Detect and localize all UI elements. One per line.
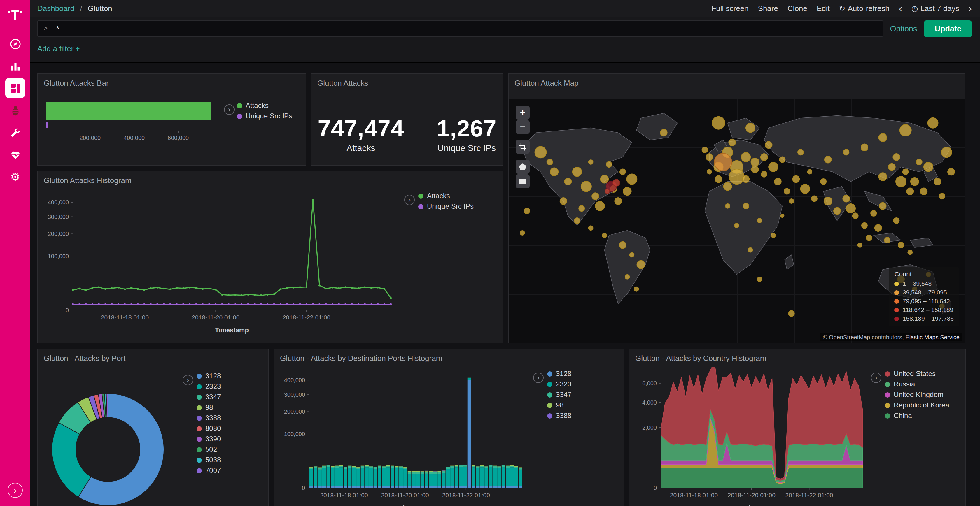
chart-legend: 312823233347983388 bbox=[547, 369, 611, 421]
chart-legend: United StatesRussiaUnited KingdomRepubli… bbox=[885, 369, 964, 421]
map-legend-row: 118,642 – 158,189 bbox=[894, 306, 954, 314]
legend-item[interactable]: United States bbox=[885, 369, 964, 379]
legend-item[interactable]: 3388 bbox=[197, 413, 261, 423]
sidebar-item-dashboard[interactable] bbox=[5, 78, 25, 98]
legend-item[interactable]: 98 bbox=[547, 400, 611, 411]
legend-dot-icon bbox=[547, 392, 552, 398]
donut-chart[interactable] bbox=[43, 368, 183, 506]
metric-row: 747,474 Attacks 1,267 Unique Src IPs bbox=[312, 116, 503, 153]
legend-item[interactable]: Unique Src IPs bbox=[237, 111, 301, 121]
svg-text:2018-11-18 01:00: 2018-11-18 01:00 bbox=[320, 492, 368, 498]
search-input[interactable] bbox=[56, 24, 877, 33]
legend-item[interactable]: Attacks bbox=[237, 101, 301, 111]
honeypot-bug-icon bbox=[9, 104, 21, 116]
clone-button[interactable]: Clone bbox=[788, 4, 807, 13]
clock-icon: ◷ bbox=[912, 4, 918, 13]
legend-label: 3128 bbox=[205, 371, 221, 381]
legend-item[interactable]: 3347 bbox=[197, 392, 261, 402]
legend-toggle-button[interactable]: › bbox=[871, 373, 881, 383]
legend-dot-icon bbox=[894, 316, 899, 321]
edit-button[interactable]: Edit bbox=[817, 4, 830, 13]
openstreetmap-link[interactable]: OpenStreetMap bbox=[829, 334, 870, 341]
legend-item[interactable]: United Kingdom bbox=[885, 390, 964, 400]
panel-attacks-by-country: Glutton - Attacks by Country Histogram 0… bbox=[629, 349, 966, 506]
stacked-bar-chart[interactable]: 0100,000200,000300,000400,0002018-11-18 … bbox=[278, 367, 528, 506]
time-back-button[interactable]: ‹ bbox=[899, 3, 902, 13]
legend-item[interactable]: 502 bbox=[197, 445, 261, 455]
sidebar-item-discover[interactable] bbox=[5, 34, 25, 54]
svg-text:2,000: 2,000 bbox=[642, 424, 657, 431]
legend-item[interactable]: Republic of Korea bbox=[885, 400, 964, 411]
t-mobile-logo[interactable] bbox=[6, 6, 24, 24]
zoom-out-button[interactable]: − bbox=[515, 120, 530, 134]
sidebar-item-management[interactable]: ⚙ bbox=[5, 167, 25, 187]
map-legend-rows: 1 – 39,54839,548 – 79,09579,095 – 118,64… bbox=[894, 279, 954, 323]
full-screen-button[interactable]: Full screen bbox=[711, 4, 748, 13]
legend-item[interactable]: China bbox=[885, 411, 964, 421]
auto-refresh-button[interactable]: ↻Auto-refresh bbox=[839, 4, 889, 13]
legend-item[interactable]: 8080 bbox=[197, 424, 261, 434]
update-button[interactable]: Update bbox=[924, 20, 972, 37]
legend-item[interactable]: 7007 bbox=[197, 466, 261, 476]
svg-text:0: 0 bbox=[302, 485, 305, 491]
legend-dot-icon bbox=[237, 103, 242, 108]
breadcrumb-dashboard-link[interactable]: Dashboard bbox=[37, 4, 75, 13]
horizontal-bar-chart[interactable]: 200,000400,000600,000 bbox=[41, 97, 240, 146]
legend-dot-icon bbox=[547, 413, 552, 419]
wrench-icon bbox=[9, 126, 21, 138]
map-legend-row: 79,095 – 118,642 bbox=[894, 297, 954, 306]
map-controls: + − bbox=[515, 106, 530, 188]
map-container[interactable]: + − bbox=[509, 98, 965, 343]
rectangle-icon bbox=[519, 177, 527, 186]
panel-title: Glutton Attacks Histogram bbox=[38, 171, 503, 185]
legend-item[interactable]: Russia bbox=[885, 379, 964, 389]
legend-item[interactable]: 3390 bbox=[197, 434, 261, 444]
options-link[interactable]: Options bbox=[890, 24, 917, 33]
svg-text:Timestamp: Timestamp bbox=[745, 504, 779, 506]
legend-label: Attacks bbox=[427, 191, 450, 201]
sidebar-collapse-button[interactable]: › bbox=[8, 483, 23, 498]
legend-item[interactable]: 2323 bbox=[547, 379, 611, 389]
legend-item[interactable]: 98 bbox=[197, 403, 261, 413]
legend-toggle-button[interactable]: › bbox=[404, 195, 415, 205]
polygon-select-button[interactable] bbox=[515, 160, 530, 174]
legend-item[interactable]: Unique Src IPs bbox=[418, 202, 500, 212]
time-forward-button[interactable]: › bbox=[969, 3, 972, 13]
legend-item[interactable]: 3128 bbox=[197, 371, 261, 381]
legend-item[interactable]: 3347 bbox=[547, 390, 611, 400]
legend-label: 3390 bbox=[205, 434, 221, 444]
search-input-wrapper[interactable]: >_ bbox=[37, 21, 883, 37]
legend-toggle-button[interactable]: › bbox=[183, 375, 193, 385]
legend-dot-icon bbox=[547, 371, 552, 377]
kibana-dashboard-app: ⚙ › Dashboard / Glutton Full screen Shar… bbox=[0, 0, 980, 506]
sidebar-item-devtools[interactable] bbox=[5, 122, 25, 142]
panel-attacks-by-port: Glutton - Attacks by Port › 312823233347… bbox=[37, 349, 269, 506]
legend-item[interactable]: 2323 bbox=[197, 382, 261, 392]
legend-item[interactable]: 5038 bbox=[197, 455, 261, 465]
legend-item[interactable]: Attacks bbox=[418, 191, 500, 201]
legend-label: 502 bbox=[205, 445, 217, 455]
crop-icon bbox=[519, 143, 527, 151]
top-navigation-bar: Dashboard / Glutton Full screen Share Cl… bbox=[30, 0, 980, 17]
legend-toggle-button[interactable]: › bbox=[224, 104, 234, 115]
line-chart[interactable]: 0100,000200,000300,000400,0002018-11-18 … bbox=[41, 189, 400, 336]
stacked-area-chart[interactable]: 02,0004,0006,0002018-11-18 01:002018-11-… bbox=[633, 367, 867, 506]
legend-dot-icon bbox=[894, 290, 899, 295]
legend-item[interactable]: 3128 bbox=[547, 369, 611, 379]
map-legend-row: 39,548 – 79,095 bbox=[894, 288, 954, 297]
elastic-maps-service-link[interactable]: Elastic Maps Service bbox=[905, 334, 959, 341]
fit-data-bounds-button[interactable] bbox=[515, 140, 530, 154]
add-filter-link[interactable]: Add a filter+ bbox=[37, 44, 80, 53]
legend-item[interactable]: 3388 bbox=[547, 411, 611, 421]
legend-dot-icon bbox=[547, 382, 552, 387]
sidebar-item-monitoring[interactable] bbox=[5, 144, 25, 164]
rectangle-select-button[interactable] bbox=[515, 174, 530, 188]
sidebar-item-tpot[interactable] bbox=[5, 100, 25, 120]
sidebar-item-visualize[interactable] bbox=[5, 56, 25, 76]
time-range-picker[interactable]: ◷Last 7 days bbox=[912, 4, 959, 13]
legend-toggle-button[interactable]: › bbox=[533, 373, 544, 383]
map-legend-row: 1 – 39,548 bbox=[894, 279, 954, 288]
zoom-in-button[interactable]: + bbox=[515, 106, 530, 119]
share-button[interactable]: Share bbox=[758, 4, 778, 13]
svg-text:2018-11-20 01:00: 2018-11-20 01:00 bbox=[192, 314, 239, 320]
